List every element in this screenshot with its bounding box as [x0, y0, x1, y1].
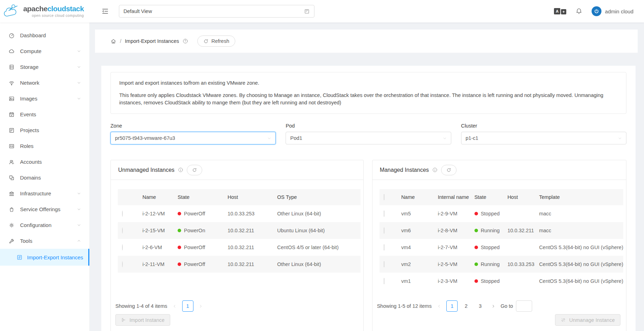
main-content: / Import-Export Instances Refresh Import…: [90, 0, 644, 331]
pod-select[interactable]: Pod1: [286, 132, 451, 144]
bank-icon: [8, 190, 15, 197]
picture-icon: [8, 96, 15, 102]
sidebar-item-accounts[interactable]: Accounts: [0, 154, 89, 170]
team-icon: [8, 159, 15, 165]
import-instance-button[interactable]: Import Instance: [115, 314, 170, 326]
unmanaged-refresh-button[interactable]: [187, 165, 202, 175]
next-page-icon[interactable]: [196, 300, 205, 312]
unmanage-instance-button[interactable]: Unmanage Instance: [555, 314, 620, 326]
sidebar-item-images[interactable]: Images: [0, 91, 89, 106]
info-icon[interactable]: [178, 167, 183, 173]
zone-select[interactable]: pr5075-t943-vmware-67u3: [110, 132, 276, 144]
table-row[interactable]: vm6 i-2-8-VM Running 10.0.32.211 macc: [380, 222, 623, 239]
intro-line-1: Import and export instances to/from an e…: [119, 79, 618, 87]
status-dot: [178, 262, 181, 266]
select-all-checkbox[interactable]: [384, 194, 384, 200]
info-icon[interactable]: [432, 167, 438, 173]
menu-fold-icon[interactable]: [101, 7, 109, 15]
table-row[interactable]: vm5 i-2-9-VM Stopped macc: [380, 205, 623, 222]
table-row[interactable]: vm1 i-2-3-VM Stopped CentOS 5.3(64-bit) …: [380, 273, 623, 290]
row-radio[interactable]: [122, 261, 123, 267]
sidebar-item-tools[interactable]: Tools: [0, 233, 89, 249]
translate-icon[interactable]: A: [554, 8, 566, 14]
calendar-icon: [8, 111, 15, 118]
brand: apachecloudstack open source cloud compu…: [0, 0, 90, 22]
row-checkbox[interactable]: [384, 244, 384, 251]
prev-page-icon[interactable]: [170, 300, 179, 312]
pagination-summary: Showing 1-5 of 12 items: [377, 303, 432, 309]
sidebar-item-configuration[interactable]: Configuration: [0, 217, 89, 233]
unmanaged-instances-panel: Unmanaged Instances Name State Host OS T…: [110, 160, 364, 331]
chevron-up-icon: [77, 239, 81, 243]
sidebar-item-projects[interactable]: Projects: [0, 122, 89, 138]
sidebar-item-service-offerings[interactable]: Service Offerings: [0, 201, 89, 217]
refresh-icon: [446, 168, 451, 173]
row-checkbox[interactable]: [384, 278, 384, 284]
intro-box: Import and export instances to/from an e…: [110, 72, 626, 114]
refresh-icon: [203, 39, 209, 44]
chevron-down-icon: [77, 65, 81, 69]
import-export-icon: [17, 254, 23, 260]
sidebar-item-events[interactable]: Events: [0, 106, 89, 122]
home-icon[interactable]: [110, 38, 116, 44]
sidebar: Dashboard Compute Storage Network Images…: [0, 22, 90, 331]
pagination-summary: Showing 1-4 of 4 items: [115, 303, 167, 309]
row-radio[interactable]: [122, 227, 123, 234]
sidebar-item-compute[interactable]: Compute: [0, 43, 89, 59]
chevron-down-icon: [618, 136, 622, 140]
managed-instances-panel: Managed Instances Name Internal name Sta…: [372, 160, 626, 331]
page-number[interactable]: 1: [446, 300, 458, 312]
sidebar-item-storage[interactable]: Storage: [0, 59, 89, 75]
top-header: apachecloudstack open source cloud compu…: [0, 0, 644, 22]
notifications-bell-icon[interactable]: [575, 8, 582, 15]
page-number[interactable]: 2: [460, 300, 472, 312]
sidebar-item-import-export-instances[interactable]: Import-Export Instances: [0, 249, 89, 266]
table-row[interactable]: i-2-12-VM PowerOff 10.0.33.253 Other Lin…: [118, 205, 361, 222]
managed-refresh-button[interactable]: [441, 165, 457, 175]
prev-page-icon[interactable]: [434, 300, 444, 312]
idcard-icon: [8, 143, 15, 149]
row-radio[interactable]: [122, 210, 123, 217]
cluster-select[interactable]: p1-c1: [461, 132, 626, 144]
page-number[interactable]: 1: [182, 300, 193, 312]
cloud-icon: [8, 48, 15, 54]
refresh-button[interactable]: Refresh: [197, 35, 235, 47]
cluster-label: Cluster: [461, 123, 626, 129]
breadcrumb-bar: / Import-Export Instances Refresh: [95, 30, 638, 53]
managed-panel-title: Managed Instances: [380, 167, 429, 173]
sidebar-item-roles[interactable]: Roles: [0, 138, 89, 154]
sidebar-item-dashboard[interactable]: Dashboard: [0, 27, 89, 43]
shopping-bag-icon: [8, 206, 15, 213]
view-selector[interactable]: Default View: [119, 5, 314, 18]
table-row[interactable]: i-2-11-VM PowerOff 10.0.32.211 Other Lin…: [118, 256, 361, 273]
help-question-icon[interactable]: [183, 38, 188, 44]
dashboard-icon: [8, 32, 15, 39]
disconnect-icon: [561, 317, 566, 323]
row-checkbox[interactable]: [384, 261, 384, 267]
table-row[interactable]: vm4 i-2-7-VM Stopped CentOS 5.3(64-bit) …: [380, 239, 623, 256]
table-row[interactable]: i-2-6-VM PowerOff 10.0.32.211 CentOS 4/5…: [118, 239, 361, 256]
table-row[interactable]: vm2 i-2-5-VM Running 10.0.33.253 CentOS …: [380, 256, 623, 273]
table-row[interactable]: i-2-15-VM PowerOn 10.0.32.211 Ubuntu Lin…: [118, 222, 361, 239]
row-radio[interactable]: [122, 244, 123, 251]
database-icon: [8, 64, 15, 70]
brand-title: apachecloudstack: [23, 5, 84, 13]
unmanaged-pagination: Showing 1-4 of 4 items 1: [115, 300, 359, 312]
row-checkbox[interactable]: [384, 210, 384, 217]
pod-label: Pod: [286, 123, 451, 129]
next-page-icon[interactable]: [489, 300, 498, 312]
sidebar-item-network[interactable]: Network: [0, 75, 89, 91]
wifi-icon: [8, 80, 15, 86]
chevron-down-icon: [267, 136, 271, 140]
breadcrumb-separator: /: [120, 38, 121, 44]
sidebar-item-domains[interactable]: Domains: [0, 170, 89, 186]
unmanaged-table: Name State Host OS Type i-2-12-VM PowerO…: [118, 189, 361, 273]
chevron-down-icon: [77, 49, 81, 53]
page-number[interactable]: 3: [474, 300, 486, 312]
user-menu[interactable]: admin cloud: [592, 6, 633, 16]
sidebar-item-infrastructure[interactable]: Infrastructure: [0, 186, 89, 201]
status-dot: [474, 212, 478, 215]
row-checkbox[interactable]: [384, 227, 384, 234]
filter-row: Zone pr5075-t943-vmware-67u3 Pod Pod1 Cl…: [110, 123, 626, 144]
goto-page-input[interactable]: [516, 300, 532, 312]
